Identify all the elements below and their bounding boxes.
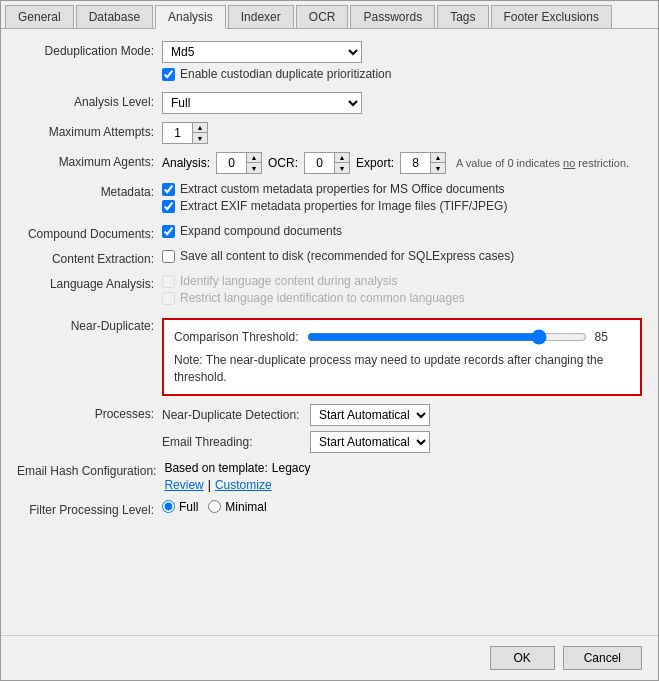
analysis-level-select[interactable]: Full	[162, 92, 362, 114]
extract-custom-label: Extract custom metadata properties for M…	[180, 182, 505, 196]
customize-link[interactable]: Customize	[215, 478, 272, 492]
ocr-agent-spinner: ▲ ▼	[334, 152, 350, 174]
analysis-level-controls: Full	[162, 92, 642, 114]
dialog: General Database Analysis Indexer OCR Pa…	[0, 0, 659, 681]
analysis-level-label: Analysis Level:	[17, 92, 162, 109]
ocr-up[interactable]: ▲	[335, 153, 349, 163]
identify-language-label: Identify language content during analysi…	[180, 274, 397, 288]
save-content-checkbox[interactable]	[162, 250, 175, 263]
minimal-label: Minimal	[225, 500, 266, 514]
analysis-agent-spinner: ▲ ▼	[246, 152, 262, 174]
export-down[interactable]: ▼	[431, 163, 445, 173]
legacy-value: Legacy	[272, 461, 311, 475]
based-on-label: Based on template:	[164, 461, 267, 475]
max-attempts-label: Maximum Attempts:	[17, 122, 162, 139]
tab-tags[interactable]: Tags	[437, 5, 488, 28]
max-attempts-down[interactable]: ▼	[193, 133, 207, 143]
max-agents-label: Maximum Agents:	[17, 152, 162, 169]
compound-label: Compound Documents:	[17, 224, 162, 241]
tab-indexer[interactable]: Indexer	[228, 5, 294, 28]
max-agents-row: Maximum Agents: Analysis: ▲ ▼ OCR:	[17, 152, 642, 174]
footer: OK Cancel	[1, 635, 658, 680]
content-extraction-row: Content Extraction: Save all content to …	[17, 249, 642, 266]
expand-compound-label: Expand compound documents	[180, 224, 342, 238]
comparison-threshold-label: Comparison Threshold:	[174, 330, 299, 344]
deduplication-row: Deduplication Mode: Md5 Enable custodian…	[17, 41, 642, 84]
language-controls: Identify language content during analysi…	[162, 274, 642, 308]
tab-footer-exclusions[interactable]: Footer Exclusions	[491, 5, 612, 28]
separator-pipe: |	[208, 478, 211, 492]
processes-row: Processes: Near-Duplicate Detection: Sta…	[17, 404, 642, 453]
restrict-language-checkbox[interactable]	[162, 292, 175, 305]
extract-custom-checkbox[interactable]	[162, 183, 175, 196]
custodian-label: Enable custodian duplicate prioritizatio…	[180, 67, 391, 81]
tab-passwords[interactable]: Passwords	[350, 5, 435, 28]
content-extraction-controls: Save all content to disk (recommended fo…	[162, 249, 642, 266]
analysis-agent-input[interactable]	[216, 152, 246, 174]
threshold-value: 85	[595, 330, 620, 344]
email-hash-controls: Based on template: Legacy Review | Custo…	[164, 461, 642, 492]
near-dup-controls: Comparison Threshold: 85 Note: The near-…	[162, 316, 642, 396]
language-row: Language Analysis: Identify language con…	[17, 274, 642, 308]
full-label: Full	[179, 500, 198, 514]
compound-controls: Expand compound documents	[162, 224, 642, 241]
analysis-up[interactable]: ▲	[247, 153, 261, 163]
save-content-label: Save all content to disk (recommended fo…	[180, 249, 514, 263]
ocr-agent-label: OCR:	[268, 156, 298, 170]
deduplication-select[interactable]: Md5	[162, 41, 362, 63]
full-radio[interactable]	[162, 500, 175, 513]
extract-exif-checkbox[interactable]	[162, 200, 175, 213]
ok-button[interactable]: OK	[490, 646, 555, 670]
no-restriction-text: A value of 0 indicates no restriction.	[456, 157, 629, 169]
analysis-agent-label: Analysis:	[162, 156, 210, 170]
email-hash-label: Email Hash Configuration:	[17, 461, 164, 478]
filter-level-controls: Full Minimal	[162, 500, 642, 514]
deduplication-label: Deduplication Mode:	[17, 41, 162, 58]
tab-general[interactable]: General	[5, 5, 74, 28]
email-threading-row: Email Threading: Start Automatically Sta…	[162, 431, 642, 453]
tab-database[interactable]: Database	[76, 5, 153, 28]
custodian-checkbox[interactable]	[162, 68, 175, 81]
content-area: Deduplication Mode: Md5 Enable custodian…	[1, 29, 658, 635]
tab-bar: General Database Analysis Indexer OCR Pa…	[1, 1, 658, 29]
tab-ocr[interactable]: OCR	[296, 5, 349, 28]
tab-analysis[interactable]: Analysis	[155, 5, 226, 29]
email-threading-select[interactable]: Start Automatically Start Manually Disab…	[310, 431, 430, 453]
expand-compound-checkbox[interactable]	[162, 225, 175, 238]
near-dup-note: Note: The near-duplicate process may nee…	[174, 352, 630, 386]
email-hash-row: Email Hash Configuration: Based on templ…	[17, 461, 642, 492]
analysis-down[interactable]: ▼	[247, 163, 261, 173]
restrict-language-label: Restrict language identification to comm…	[180, 291, 465, 305]
minimal-radio[interactable]	[208, 500, 221, 513]
identify-language-checkbox[interactable]	[162, 275, 175, 288]
threshold-slider[interactable]	[307, 328, 587, 346]
ocr-agent-input[interactable]	[304, 152, 334, 174]
max-attempts-spinner: ▲ ▼	[192, 122, 208, 144]
minimal-radio-group: Minimal	[208, 500, 266, 514]
near-dup-detection-row: Near-Duplicate Detection: Start Automati…	[162, 404, 642, 426]
export-up[interactable]: ▲	[431, 153, 445, 163]
export-agent-label: Export:	[356, 156, 394, 170]
near-dup-label: Near-Duplicate:	[17, 316, 162, 333]
export-agent-spinner: ▲ ▼	[430, 152, 446, 174]
near-dup-detection-select[interactable]: Start Automatically Start Manually Disab…	[310, 404, 430, 426]
processes-label: Processes:	[17, 404, 162, 421]
extract-exif-label: Extract EXIF metadata properties for Ima…	[180, 199, 507, 213]
filter-level-label: Filter Processing Level:	[17, 500, 162, 517]
max-attempts-row: Maximum Attempts: 1 ▲ ▼	[17, 122, 642, 144]
review-link[interactable]: Review	[164, 478, 203, 492]
cancel-button[interactable]: Cancel	[563, 646, 642, 670]
max-attempts-up[interactable]: ▲	[193, 123, 207, 133]
deduplication-controls: Md5 Enable custodian duplicate prioritiz…	[162, 41, 642, 84]
near-dup-box: Comparison Threshold: 85 Note: The near-…	[162, 318, 642, 396]
ocr-down[interactable]: ▼	[335, 163, 349, 173]
max-attempts-input[interactable]: 1	[162, 122, 192, 144]
filter-level-row: Filter Processing Level: Full Minimal	[17, 500, 642, 517]
metadata-controls: Extract custom metadata properties for M…	[162, 182, 642, 216]
full-radio-group: Full	[162, 500, 198, 514]
export-agent-input[interactable]	[400, 152, 430, 174]
near-dup-row: Near-Duplicate: Comparison Threshold: 85…	[17, 316, 642, 396]
hash-links-row: Review | Customize	[164, 478, 642, 492]
compound-row: Compound Documents: Expand compound docu…	[17, 224, 642, 241]
processes-controls: Near-Duplicate Detection: Start Automati…	[162, 404, 642, 453]
